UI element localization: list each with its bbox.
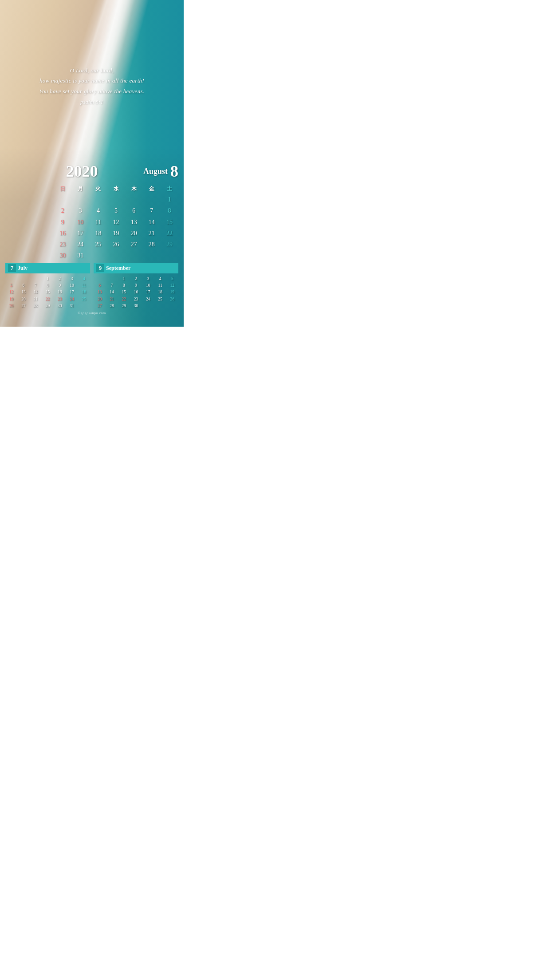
july-number: 7	[8, 264, 16, 272]
july-grid: 1 2 3 4 5 6 7 8 9 10 11 12 13 14 15	[5, 275, 90, 309]
september-name: September	[106, 265, 130, 272]
year-row: 2020 August 8	[5, 162, 178, 181]
dow-fri: 金	[143, 184, 161, 194]
main-calendar: 日 月 火 水 木 金 土 1 2 3 4	[5, 184, 178, 261]
calendar-section: 2020 August 8 日 月 火 水 木 金 土	[0, 162, 184, 327]
september-number: 9	[96, 264, 104, 272]
main-month-number: 8	[170, 162, 178, 181]
july-header: 7 July	[5, 263, 90, 273]
september-calendar: 9 September 1 2 3 4 5 6 7 8 9	[94, 263, 178, 309]
september-header: 9 September	[94, 263, 178, 273]
august-grid: 1 2 3 4 5 6 7 8 9 10 11 12 13 14 15 16 1…	[54, 194, 178, 261]
july-name: July	[18, 265, 28, 272]
september-grid: 1 2 3 4 5 6 7 8 9 10 11 12 13 14 15	[94, 275, 178, 309]
dow-wed: 水	[107, 184, 125, 194]
dow-sat: 土	[161, 184, 178, 194]
copyright: ©gogosanpo.com	[5, 309, 178, 318]
scripture-verse: O Lord, our Lord, how majestic is your n…	[39, 65, 145, 96]
scripture-reference: psalm 8:1	[39, 99, 145, 106]
scripture-text: O Lord, our Lord, how majestic is your n…	[39, 65, 145, 106]
small-calendars-row: 7 July 1 2 3 4 5 6 7 8 9	[5, 263, 178, 309]
dow-sun: 日	[54, 184, 71, 194]
verse-line3: You have set your glory above the heaven…	[39, 88, 145, 95]
days-of-week-row: 日 月 火 水 木 金 土	[54, 184, 178, 194]
page-content: O Lord, our Lord, how majestic is your n…	[0, 0, 184, 327]
july-calendar: 7 July 1 2 3 4 5 6 7 8 9	[5, 263, 90, 309]
verse-line2: how majestic is your name in all the ear…	[39, 77, 144, 84]
aug-2: 2	[54, 205, 71, 216]
verse-line1: O Lord, our Lord,	[70, 67, 114, 74]
scripture-section: O Lord, our Lord, how majestic is your n…	[0, 0, 184, 162]
dow-tue: 火	[89, 184, 107, 194]
aug-1: 1	[161, 194, 178, 205]
dow-thu: 木	[125, 184, 143, 194]
main-month-name: August	[143, 167, 168, 176]
dow-mon: 月	[71, 184, 89, 194]
year-label: 2020	[5, 162, 98, 181]
